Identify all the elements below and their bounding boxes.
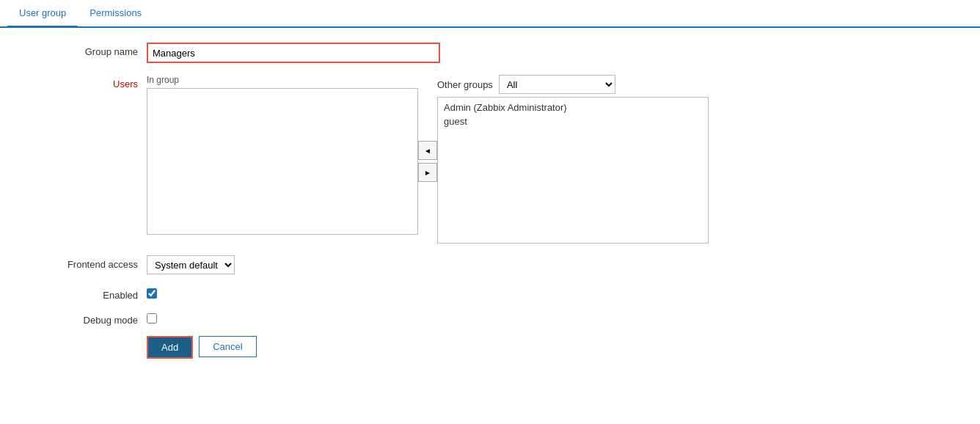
other-groups-listbox[interactable]: Admin (Zabbix Administrator) guest — [437, 97, 709, 244]
users-label: Users — [29, 75, 147, 89]
in-group-column: In group — [147, 75, 418, 235]
debug-mode-row: Debug mode — [29, 311, 951, 326]
tabs-container: User group Permissions — [0, 0, 980, 28]
buttons-row: Add Cancel — [29, 336, 951, 359]
in-group-label: In group — [147, 75, 418, 85]
debug-mode-label: Debug mode — [29, 311, 147, 326]
add-button[interactable]: Add — [147, 336, 193, 359]
tab-permissions[interactable]: Permissions — [78, 0, 153, 28]
other-groups-label: Other groups — [437, 79, 493, 90]
in-group-listbox[interactable] — [147, 88, 418, 235]
group-name-input[interactable] — [147, 43, 440, 63]
debug-mode-checkbox[interactable] — [147, 313, 157, 324]
enabled-label: Enabled — [29, 286, 147, 301]
move-left-button[interactable]: ◄ — [418, 141, 437, 160]
enabled-row: Enabled — [29, 286, 951, 301]
list-item[interactable]: guest — [441, 114, 705, 128]
users-wrapper: In group ◄ ► Other groups All Zabbix adm… — [147, 75, 709, 244]
group-name-label: Group name — [29, 43, 147, 57]
enabled-checkbox[interactable] — [147, 288, 157, 299]
frontend-access-row: Frontend access System default Internal … — [29, 255, 951, 274]
users-row: Users In group ◄ ► Other groups All — [29, 75, 951, 244]
list-item[interactable]: Admin (Zabbix Administrator) — [441, 100, 705, 114]
other-groups-select[interactable]: All Zabbix administrators Guests — [499, 75, 615, 94]
other-groups-header: Other groups All Zabbix administrators G… — [437, 75, 709, 94]
other-groups-column: Other groups All Zabbix administrators G… — [437, 75, 709, 244]
tab-user-group[interactable]: User group — [7, 0, 78, 28]
frontend-access-select[interactable]: System default Internal LDAP Disabled — [147, 255, 235, 274]
arrow-buttons: ◄ ► — [418, 75, 437, 182]
group-name-row: Group name — [29, 43, 951, 63]
form-container: Group name Users In group ◄ ► Other grou… — [0, 28, 980, 385]
frontend-access-label: Frontend access — [29, 255, 147, 270]
cancel-button[interactable]: Cancel — [199, 336, 256, 357]
move-right-button[interactable]: ► — [418, 163, 437, 182]
